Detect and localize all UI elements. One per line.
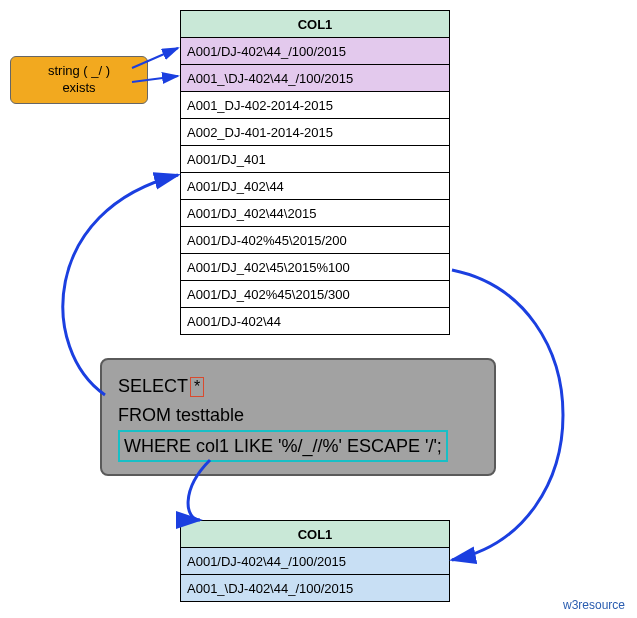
table-row: A002_DJ-401-2014-2015 [181, 119, 450, 146]
select-keyword: SELECT [118, 376, 188, 396]
table-row: A001/DJ_402\44\2015 [181, 200, 450, 227]
table-row: A001/DJ-402%45\2015/200 [181, 227, 450, 254]
sql-where-line: WHERE col1 LIKE '%/_//%' ESCAPE '/'; [118, 430, 478, 463]
source-table: COL1 A001/DJ-402\44_/100/2015 A001_\DJ-4… [180, 10, 450, 335]
sql-select-line: SELECT* [118, 372, 478, 401]
result-table: COL1 A001/DJ-402\44_/100/2015 A001_\DJ-4… [180, 520, 450, 602]
table-row: A001_\DJ-402\44_/100/2015 [181, 575, 450, 602]
table-row: A001/DJ_402\44 [181, 173, 450, 200]
table-row: A001_\DJ-402\44_/100/2015 [181, 65, 450, 92]
label-line: exists [62, 80, 95, 95]
table-row: A001/DJ-402\44_/100/2015 [181, 548, 450, 575]
label-line: string ( _/ ) [48, 63, 110, 78]
result-table-header: COL1 [181, 521, 450, 548]
string-exists-label: string ( _/ ) exists [10, 56, 148, 104]
table-row: A001/DJ_402\45\2015%100 [181, 254, 450, 281]
star-box: * [190, 377, 204, 397]
where-clause: WHERE col1 LIKE '%/_//%' ESCAPE '/'; [118, 430, 448, 463]
diagram-stage: string ( _/ ) exists COL1 A001/DJ-402\44… [0, 0, 637, 618]
table-row: A001/DJ_402%45\2015/300 [181, 281, 450, 308]
sql-query-box: SELECT* FROM testtable WHERE col1 LIKE '… [100, 358, 496, 476]
source-table-header: COL1 [181, 11, 450, 38]
table-row: A001/DJ-402\44 [181, 308, 450, 335]
sql-from-line: FROM testtable [118, 401, 478, 430]
table-row: A001/DJ-402\44_/100/2015 [181, 38, 450, 65]
table-row: A001_DJ-402-2014-2015 [181, 92, 450, 119]
table-row: A001/DJ_401 [181, 146, 450, 173]
credit-text: w3resource [563, 598, 625, 612]
